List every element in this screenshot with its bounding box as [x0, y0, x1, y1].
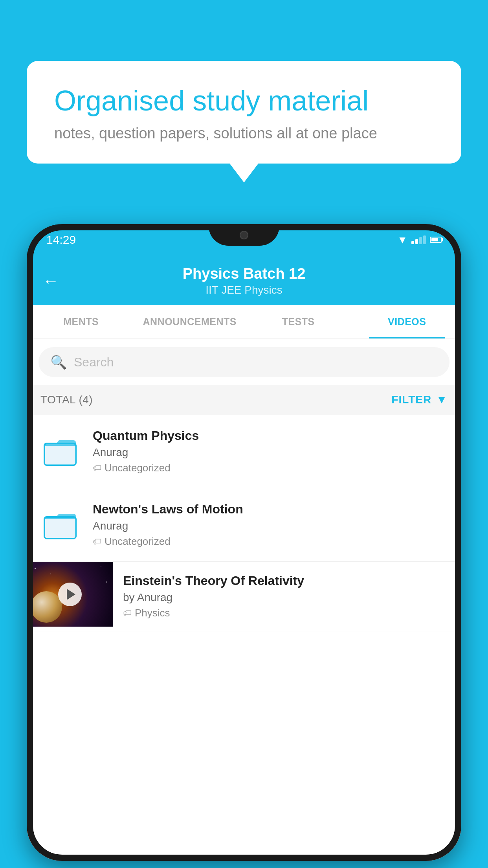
- video-tag: 🏷 Physics: [123, 607, 451, 619]
- filter-label: FILTER: [391, 394, 431, 406]
- list-item[interactable]: Quantum Physics Anurag 🏷 Uncategorized: [27, 415, 461, 488]
- header-subtitle: IIT JEE Physics: [71, 284, 417, 296]
- phone-frame: 14:29 ▼ ← Physics Batch 12 IIT JEE Physi…: [27, 224, 461, 861]
- video-thumbnail: [27, 562, 113, 627]
- search-input[interactable]: Search: [74, 355, 114, 370]
- content-area: Quantum Physics Anurag 🏷 Uncategorized: [27, 415, 461, 861]
- video-author: Anurag: [93, 520, 449, 532]
- tab-ments[interactable]: MENTS: [27, 305, 136, 338]
- video-title: Einstein's Theory Of Relativity: [123, 574, 451, 588]
- play-icon: [67, 589, 75, 600]
- tag-icon: 🏷: [93, 537, 101, 547]
- tag-label: Uncategorized: [105, 535, 171, 548]
- tab-tests[interactable]: TESTS: [244, 305, 353, 338]
- search-bar[interactable]: 🔍 Search: [39, 347, 449, 377]
- video-tag: 🏷 Uncategorized: [93, 462, 449, 474]
- list-item[interactable]: Einstein's Theory Of Relativity by Anura…: [27, 562, 461, 631]
- bubble-subtitle: notes, question papers, solutions all at…: [54, 125, 434, 142]
- video-title: Quantum Physics: [93, 428, 449, 443]
- speech-bubble: Organised study material notes, question…: [27, 61, 461, 164]
- tag-icon: 🏷: [93, 463, 101, 473]
- app-header: ← Physics Batch 12 IIT JEE Physics: [27, 256, 461, 305]
- tab-videos[interactable]: VIDEOS: [353, 305, 462, 338]
- video-tag: 🏷 Uncategorized: [93, 535, 449, 548]
- folder-icon: [42, 506, 78, 541]
- volume-down-button[interactable]: [27, 385, 28, 417]
- video-info: Einstein's Theory Of Relativity by Anura…: [113, 562, 461, 631]
- tag-label: Uncategorized: [105, 462, 171, 474]
- tab-announcements[interactable]: ANNOUNCEMENTS: [136, 305, 244, 338]
- tag-label: Physics: [135, 607, 170, 619]
- video-title: Newton's Laws of Motion: [93, 502, 449, 517]
- filter-button[interactable]: FILTER ▼: [391, 394, 448, 406]
- video-author: by Anurag: [123, 591, 451, 604]
- status-icons: ▼: [397, 234, 442, 246]
- signal-icon: [411, 235, 426, 244]
- list-item[interactable]: Newton's Laws of Motion Anurag 🏷 Uncateg…: [27, 488, 461, 562]
- bubble-title: Organised study material: [54, 85, 434, 117]
- folder-thumbnail: [39, 428, 82, 472]
- power-button[interactable]: [460, 366, 461, 417]
- tag-icon: 🏷: [123, 608, 132, 618]
- phone-screen: ← Physics Batch 12 IIT JEE Physics MENTS…: [27, 256, 461, 861]
- video-info: Newton's Laws of Motion Anurag 🏷 Uncateg…: [93, 502, 449, 548]
- camera-dot: [240, 231, 248, 239]
- folder-icon: [42, 432, 78, 468]
- filter-bar: TOTAL (4) FILTER ▼: [27, 385, 461, 415]
- search-icon: 🔍: [50, 354, 67, 370]
- video-info: Quantum Physics Anurag 🏷 Uncategorized: [93, 428, 449, 474]
- status-time: 14:29: [46, 233, 76, 246]
- svg-rect-4: [44, 519, 76, 539]
- wifi-icon: ▼: [397, 234, 407, 246]
- header-title-group: Physics Batch 12 IIT JEE Physics: [71, 265, 417, 296]
- status-bar: 14:29 ▼: [27, 224, 461, 256]
- search-container: 🔍 Search: [27, 339, 461, 385]
- header-title: Physics Batch 12: [71, 265, 417, 282]
- play-button[interactable]: [58, 583, 82, 606]
- filter-icon: ▼: [436, 394, 448, 406]
- battery-icon: [430, 237, 442, 243]
- notch: [209, 224, 279, 246]
- folder-thumbnail: [39, 502, 82, 545]
- back-button[interactable]: ←: [42, 272, 59, 291]
- total-count: TOTAL (4): [40, 394, 93, 406]
- tabs-bar: MENTS ANNOUNCEMENTS TESTS VIDEOS: [27, 305, 461, 339]
- video-author: Anurag: [93, 446, 449, 459]
- svg-rect-1: [44, 446, 76, 465]
- volume-up-button[interactable]: [27, 342, 28, 373]
